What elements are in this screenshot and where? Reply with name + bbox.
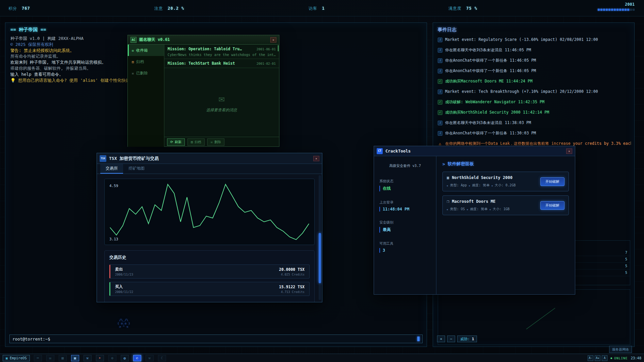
cracktools-badge: CT bbox=[377, 148, 383, 154]
event-log-text: Market event: Regulatory Scare (-13.60% … bbox=[445, 37, 598, 43]
close-icon[interactable]: ✕ bbox=[270, 37, 276, 43]
chat-icon[interactable]: ✆ bbox=[133, 355, 141, 361]
trade-row: 买入2000/11/2215.9122 TSX4.713 Credits bbox=[109, 282, 310, 296]
close-icon[interactable]: ✕ bbox=[313, 156, 319, 161]
os-logo-icon: ▣ bbox=[6, 356, 8, 360]
chat-message-row[interactable]: Mission: Operation: Tabloid Tru…2001-06-… bbox=[164, 45, 279, 59]
start-menu-button[interactable]: ▣ EmpireOS bbox=[3, 355, 30, 361]
build-icon[interactable]: ⚒ bbox=[84, 355, 92, 361]
cracktools-window: CT CrackTools ✕ 高级安全套件 v3.7 系统状态在线上次登录11… bbox=[374, 146, 575, 295]
tsx-tab-exchange[interactable]: 交易所 bbox=[100, 164, 123, 174]
crack-target-card: ▣NorthShield Security 2000●类型: App●难度: 简… bbox=[442, 172, 569, 191]
anonchat-titlebar[interactable]: AC 匿名聊天 v0.61 ✕ bbox=[128, 35, 279, 45]
event-log-entry: iMarket event: Tech Breakthrough (+7.10%… bbox=[438, 89, 631, 95]
year-progress-dot bbox=[630, 9, 632, 11]
trade-right: 20.0000 TSX4.025 Credits bbox=[279, 267, 305, 276]
meta-item: 类型: App bbox=[450, 183, 467, 188]
button-label: 刷新 bbox=[175, 140, 181, 144]
settings-icon[interactable]: ⚙ bbox=[108, 355, 116, 361]
decrypt-panel-title: 软件解密面板 bbox=[448, 161, 474, 167]
bullet-icon: ● bbox=[491, 184, 493, 187]
terminal-banner: == 种子帝国 == bbox=[10, 27, 46, 33]
cracktools-main: > 软件解密面板 ▣NorthShield Security 2000●类型: … bbox=[436, 156, 575, 294]
price-chart-svg bbox=[105, 179, 314, 245]
font-decrease-button[interactable]: A- bbox=[588, 355, 593, 361]
chart-y-min-label: 3.13 bbox=[109, 237, 118, 241]
success-check-icon: ✓ bbox=[438, 79, 442, 84]
os-icon: ❒ bbox=[447, 199, 449, 204]
online-status: ● ONLINE bbox=[610, 356, 628, 360]
trade-date: 2000/11/23 bbox=[115, 273, 133, 276]
empty-state-text: 选择要查看的消息 bbox=[206, 108, 237, 113]
online-label: ONLINE bbox=[614, 356, 628, 360]
tsx-titlebar[interactable]: TSX TSX 加密货币挖矿与交易 ✕ bbox=[97, 153, 322, 164]
trade-left: 卖出2000/11/23 bbox=[115, 267, 133, 276]
points-value: 767 bbox=[22, 6, 30, 11]
satisfaction-stat: 满意度75 % bbox=[448, 6, 477, 11]
chat-tab-label: 归档 bbox=[136, 59, 144, 64]
event-log-text: 你在AnonChat中获得了一个新任务 11:46:05 PM bbox=[445, 68, 536, 74]
network-icon[interactable]: ◍ bbox=[121, 355, 129, 361]
tsx-tab-mining[interactable]: 挖矿地图 bbox=[123, 164, 150, 174]
server-network-button[interactable]: 服务器网络 bbox=[609, 346, 632, 353]
event-log-text: 你在AnonChat中获得了一个新任务 11:46:05 PM bbox=[445, 58, 536, 63]
cell-value: 5 bbox=[625, 271, 627, 275]
meta-item: 类型: OS bbox=[450, 207, 465, 212]
trade-credits: 4.025 Credits bbox=[279, 273, 305, 276]
trade-history-list: 卖出2000/11/2320.0000 TSX4.025 Credits买入20… bbox=[109, 264, 310, 296]
terminal-line: 警告: 禁止未经授权访问此系统。 bbox=[10, 48, 138, 54]
cursor-icon[interactable]: ➤ bbox=[96, 355, 104, 361]
chat-tab-inbox[interactable]: ✉收件箱 bbox=[128, 45, 164, 56]
trade-history-title: 交易历史 bbox=[109, 255, 310, 260]
trade-history-panel: 交易历史 卖出2000/11/2320.0000 TSX4.025 Credit… bbox=[104, 250, 315, 302]
chat-scrollbar-thumb[interactable] bbox=[278, 45, 279, 51]
meta-item: 大小: 0.2GB bbox=[495, 183, 516, 188]
mail-icon[interactable]: ✉ bbox=[46, 355, 54, 361]
system-stat: 上次登录11:48:04 PM bbox=[379, 200, 431, 212]
status-bar: 积分767 注意20.2 % 访客1 满意度75 % 2001 bbox=[0, 0, 644, 16]
cat-ascii-art: /\_/\ ( o.o ) > ^ < bbox=[117, 318, 130, 328]
cracktools-titlebar[interactable]: CT CrackTools ✕ bbox=[374, 146, 575, 156]
stat-label: 安全级别 bbox=[379, 220, 431, 225]
satisfaction-value: 75 % bbox=[466, 6, 477, 11]
chart-y-max-label: 4.59 bbox=[109, 184, 118, 188]
archive-button[interactable]: ▤归档 bbox=[187, 138, 205, 146]
year-display: 2001 bbox=[625, 2, 635, 7]
taskbar-clock: 23:48 bbox=[631, 356, 641, 360]
apps-icon[interactable]: ▦ bbox=[59, 355, 67, 361]
tools-icon[interactable]: ⚒ bbox=[146, 355, 154, 361]
stat-value: 11:48:04 PM bbox=[379, 207, 431, 212]
threat-increase-button[interactable]: + bbox=[437, 336, 445, 342]
threat-decrease-button[interactable]: − bbox=[447, 336, 455, 342]
info-icon: i bbox=[438, 38, 442, 42]
close-icon[interactable]: ✕ bbox=[566, 148, 572, 154]
success-check-icon: ✓ bbox=[438, 100, 442, 105]
stat-label: 系统状态 bbox=[379, 179, 431, 184]
start-crack-button[interactable]: 开始破解 bbox=[540, 177, 565, 186]
meta-item: 大小: 1GB bbox=[493, 207, 509, 212]
delete-button[interactable]: ☒删除 bbox=[207, 138, 224, 146]
files-icon[interactable]: ▣ bbox=[71, 355, 79, 361]
chat-tab-label: 已删除 bbox=[136, 71, 148, 76]
chat-tab-archive[interactable]: ▤归档 bbox=[128, 56, 164, 67]
stat-label: 上次登录 bbox=[379, 200, 431, 205]
terminal-icon[interactable]: ⌨ bbox=[34, 355, 42, 361]
anonchat-badge: AC bbox=[130, 37, 137, 43]
tsx-scrollbar-thumb[interactable] bbox=[319, 233, 321, 283]
info-icon: i bbox=[438, 48, 442, 53]
crack-target-list: ▣NorthShield Security 2000●类型: App●难度: 简… bbox=[442, 172, 569, 215]
tsx-price-line bbox=[110, 184, 309, 240]
chat-tab-deleted[interactable]: ☒已删除 bbox=[128, 67, 164, 79]
start-crack-button[interactable]: 开始破解 bbox=[540, 201, 565, 210]
trade-amount: 20.0000 TSX bbox=[279, 267, 305, 272]
visitors-stat: 访客1 bbox=[309, 6, 325, 11]
terminal-input[interactable]: root@torrent:~$ bbox=[9, 335, 423, 343]
year-progress-dot bbox=[625, 9, 627, 11]
font-reset-button[interactable]: A bbox=[602, 355, 607, 361]
chat-message-row[interactable]: Mission: TechStart Bank Heist2001-02-01 bbox=[164, 59, 279, 68]
idle-icon[interactable]: ☾ bbox=[158, 355, 166, 361]
font-increase-button[interactable]: A+ bbox=[595, 355, 600, 361]
year-progress-dot bbox=[622, 9, 624, 11]
anonchat-toolbar: ⟳刷新▤归档☒删除 bbox=[164, 137, 279, 147]
refresh-button[interactable]: ⟳刷新 bbox=[167, 138, 185, 146]
